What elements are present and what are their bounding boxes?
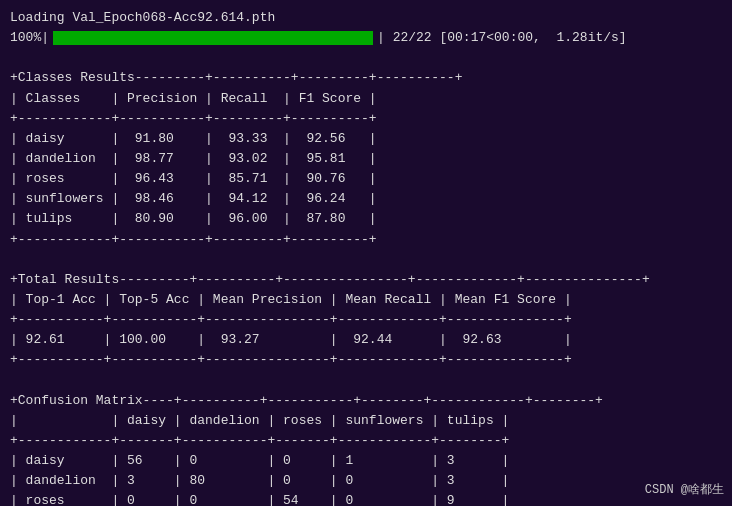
spacer1 — [10, 48, 722, 68]
total-divider: +-----------+-----------+---------------… — [10, 310, 722, 330]
confusion-header: | | daisy | dandelion | roses | sunflowe… — [10, 411, 722, 431]
total-row: | 92.61 | 100.00 | 93.27 | 92.44 | 92.63… — [10, 330, 722, 350]
classes-title: +Classes Results---------+----------+---… — [10, 68, 722, 88]
total-title: +Total Results---------+----------+-----… — [10, 270, 722, 290]
classes-header: | Classes | Precision | Recall | F1 Scor… — [10, 89, 722, 109]
confusion-divider: +------------+-------+-----------+------… — [10, 431, 722, 451]
confusion-row-roses: | roses | 0 | 0 | 54 | 0 | 9 | — [10, 491, 722, 506]
classes-row-daisy: | daisy | 91.80 | 93.33 | 92.56 | — [10, 129, 722, 149]
classes-row-sunflowers: | sunflowers | 98.46 | 94.12 | 96.24 | — [10, 189, 722, 209]
progress-stats: | 22/22 [00:17<00:00, 1.28it/s] — [377, 30, 627, 45]
progress-bar — [53, 31, 373, 45]
spacer3 — [10, 371, 722, 391]
total-header: | Top-1 Acc | Top-5 Acc | Mean Precision… — [10, 290, 722, 310]
terminal-output: Loading Val_Epoch068-Acc92.614.pth 100%|… — [10, 8, 722, 506]
progress-line: 100%|| 22/22 [00:17<00:00, 1.28it/s] — [10, 28, 722, 48]
classes-bottom: +------------+-----------+---------+----… — [10, 230, 722, 250]
confusion-row-daisy: | daisy | 56 | 0 | 0 | 1 | 3 | — [10, 451, 722, 471]
confusion-row-dandelion: | dandelion | 3 | 80 | 0 | 0 | 3 | — [10, 471, 722, 491]
classes-row-tulips: | tulips | 80.90 | 96.00 | 87.80 | — [10, 209, 722, 229]
watermark: CSDN @啥都生 — [645, 481, 724, 498]
classes-row-roses: | roses | 96.43 | 85.71 | 90.76 | — [10, 169, 722, 189]
classes-row-dandelion: | dandelion | 98.77 | 93.02 | 95.81 | — [10, 149, 722, 169]
total-bottom: +-----------+-----------+---------------… — [10, 350, 722, 370]
classes-divider: +------------+-----------+---------+----… — [10, 109, 722, 129]
loading-line: Loading Val_Epoch068-Acc92.614.pth — [10, 8, 722, 28]
confusion-title: +Confusion Matrix----+----------+-------… — [10, 391, 722, 411]
spacer2 — [10, 250, 722, 270]
